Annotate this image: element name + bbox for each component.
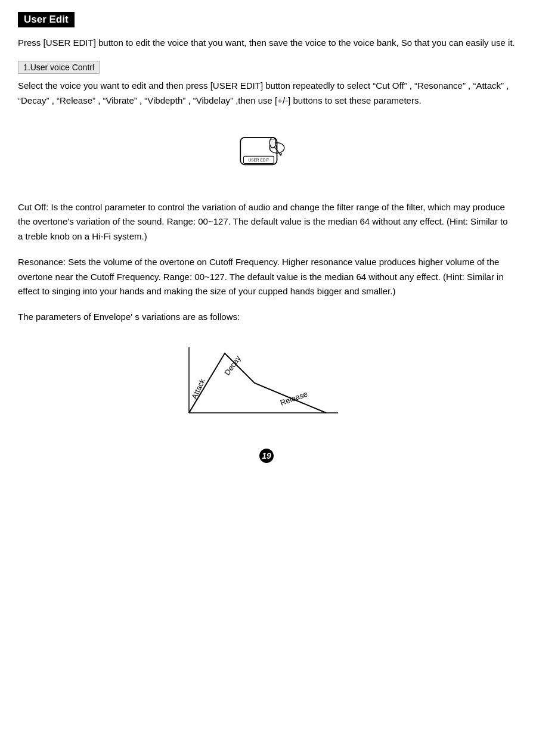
envelope-svg: Attack Decay Release	[171, 335, 362, 431]
attack-label: Attack	[190, 377, 207, 400]
envelope-intro: The parameters of Envelope' s variations…	[18, 310, 515, 325]
envelope-section: The parameters of Envelope' s variations…	[18, 310, 515, 431]
button-diagram: USER EDIT	[18, 120, 515, 186]
page-title: User Edit	[18, 12, 75, 27]
resonance-text: Resonance: Sets the volume of the overto…	[18, 255, 515, 299]
envelope-diagram: Attack Decay Release	[18, 335, 515, 431]
section1-label-text: 1.User voice Contrl	[18, 61, 100, 74]
user-edit-button-svg: USER EDIT	[225, 120, 308, 186]
intro-text: Press [USER EDIT] button to edit the voi…	[18, 36, 515, 50]
section1-text: Select the voice you want to edit and th…	[18, 79, 515, 108]
page-number-area: 19	[18, 449, 515, 463]
release-label: Release	[279, 389, 309, 407]
page-number: 19	[259, 449, 274, 463]
page-title-bar: User Edit	[18, 12, 515, 36]
decay-label: Decay	[222, 353, 243, 377]
section1-label: 1.User voice Contrl	[18, 61, 515, 79]
button-label-text: USER EDIT	[248, 158, 269, 162]
svg-point-4	[271, 138, 275, 147]
cutoff-text: Cut Off: Is the control parameter to con…	[18, 200, 515, 244]
